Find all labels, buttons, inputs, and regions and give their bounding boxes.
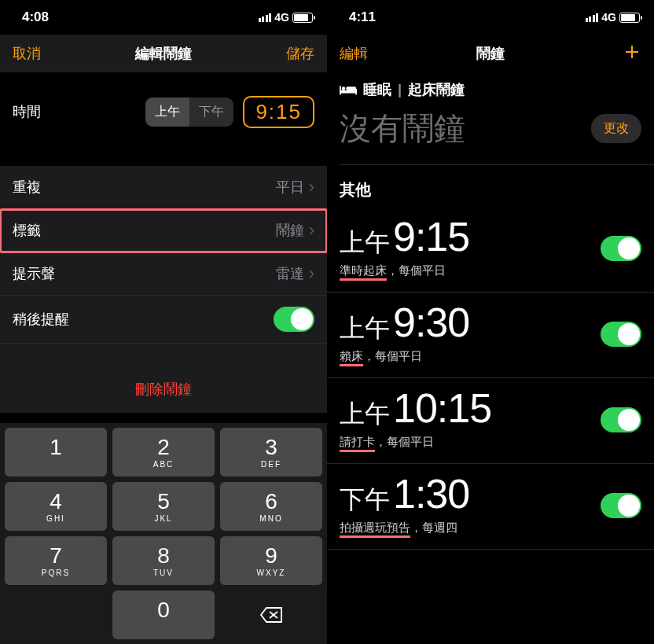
key-digit: 9 <box>265 545 277 567</box>
sleep-sub: 起床鬧鐘 <box>408 80 465 99</box>
alarm-subtitle: 請打卡，每個平日 <box>340 435 491 452</box>
alarm-time: 1:30 <box>393 473 469 514</box>
key-digit: 1 <box>50 436 62 458</box>
key-letters: TUV <box>153 569 174 577</box>
tag-label: 標籤 <box>13 221 41 240</box>
key-digit: 3 <box>265 436 277 458</box>
key-digit: 4 <box>50 491 62 513</box>
battery-icon <box>619 13 640 23</box>
chevron-icon: › <box>309 220 314 241</box>
alarm-subtitle: 準時起床，每個平日 <box>340 263 469 281</box>
key-digit: 7 <box>50 545 62 567</box>
am-button[interactable]: 上午 <box>145 98 189 127</box>
alarm-time: 9:15 <box>393 216 469 257</box>
key-digit: 8 <box>157 545 170 567</box>
svg-rect-8 <box>346 86 356 90</box>
alarm-switch[interactable] <box>601 407 641 432</box>
alarm-switch[interactable] <box>601 236 641 261</box>
time-row: 時間 上午 下午 9:15 <box>0 72 327 152</box>
nav-title: 鬧鐘 <box>327 44 654 63</box>
edit-alarm-screen: 4:08 4G 取消 編輯鬧鐘 儲存 時間 上午 下午 9:15 重複 平日› … <box>0 0 327 644</box>
pm-button[interactable]: 下午 <box>189 98 233 127</box>
keypad-0[interactable]: 0 <box>112 591 215 639</box>
status-time: 4:11 <box>349 9 376 25</box>
other-section-title: 其他 <box>327 165 654 207</box>
keypad-6[interactable]: 6MNO <box>220 482 322 531</box>
key-digit: 6 <box>265 491 277 513</box>
alarm-item[interactable]: 上午9:15準時起床，每個平日 <box>327 207 654 293</box>
alarm-switch[interactable] <box>601 322 641 347</box>
svg-point-7 <box>342 86 346 90</box>
backspace-icon <box>259 606 283 624</box>
alarm-item[interactable]: 上午10:15請打卡，每個平日 <box>327 378 654 464</box>
alarm-list: 上午9:15準時起床，每個平日上午9:30賴床，每個平日上午10:15請打卡，每… <box>327 207 654 550</box>
keypad-5[interactable]: 5JKL <box>112 482 215 531</box>
label-row[interactable]: 標籤 鬧鐘› <box>0 209 327 252</box>
no-alarm-label: 沒有鬧鐘 <box>340 107 465 150</box>
status-bar: 4:08 4G <box>0 0 327 35</box>
chevron-icon: › <box>309 263 314 284</box>
change-button[interactable]: 更改 <box>591 114 641 143</box>
keypad-1[interactable]: 1 <box>5 428 107 477</box>
delete-row: 刪除鬧鐘 <box>0 366 327 413</box>
svg-rect-5 <box>340 86 341 94</box>
alarm-ampm: 上午 <box>340 397 390 432</box>
save-button[interactable]: 儲存 <box>286 44 314 63</box>
keypad-3[interactable]: 3DEF <box>220 428 322 477</box>
delete-alarm-button[interactable]: 刪除鬧鐘 <box>135 380 192 399</box>
snooze-switch[interactable] <box>274 307 314 332</box>
sleep-section: 睡眠 | 起床鬧鐘 沒有鬧鐘 更改 <box>327 72 654 153</box>
chevron-icon: › <box>309 177 314 197</box>
alarm-ampm: 上午 <box>340 226 390 260</box>
nav-title: 編輯鬧鐘 <box>0 44 327 63</box>
repeat-row[interactable]: 重複 平日› <box>0 166 327 209</box>
key-digit: 0 <box>157 599 170 621</box>
keypad-7[interactable]: 7PQRS <box>5 536 107 585</box>
key-digit: 2 <box>157 436 170 458</box>
key-letters: ABC <box>153 460 175 469</box>
bed-icon <box>340 83 357 97</box>
key-letters: MNO <box>259 514 282 523</box>
keypad-9[interactable]: 9WXYZ <box>220 536 322 585</box>
edit-button[interactable]: 編輯 <box>340 44 368 63</box>
key-letters: GHI <box>46 514 65 523</box>
signal-icon <box>586 13 599 22</box>
keypad-blank <box>5 591 107 639</box>
alarm-item[interactable]: 下午1:30拍攝週玩預告，每週四 <box>327 464 654 550</box>
alarm-item[interactable]: 上午9:30賴床，每個平日 <box>327 293 654 378</box>
time-input[interactable]: 9:15 <box>243 96 314 128</box>
numeric-keypad: 1 2ABC3DEF4GHI5JKL6MNO7PQRS8TUV9WXYZ0 <box>0 423 327 644</box>
repeat-value: 平日 <box>276 178 304 197</box>
keypad-2[interactable]: 2ABC <box>112 428 215 477</box>
sleep-sep: | <box>398 82 402 98</box>
keypad-delete[interactable] <box>220 591 322 639</box>
cancel-button[interactable]: 取消 <box>13 44 41 63</box>
alarm-time: 9:30 <box>393 302 469 343</box>
network-label: 4G <box>274 11 289 24</box>
key-letters: DEF <box>261 460 281 469</box>
alarm-subtitle: 賴床，每個平日 <box>340 349 469 366</box>
key-letters: PQRS <box>42 569 70 577</box>
tag-value: 鬧鐘 <box>276 221 304 240</box>
snooze-label: 稍後提醒 <box>13 310 69 329</box>
alarm-subtitle: 拍攝週玩預告，每週四 <box>340 521 469 538</box>
status-bar: 4:11 4G <box>327 0 654 35</box>
key-letters: JKL <box>154 514 172 523</box>
sleep-title: 睡眠 <box>363 80 391 99</box>
options-list: 重複 平日› 標籤 鬧鐘› 提示聲 雷達› 稍後提醒 刪除鬧鐘 <box>0 166 327 413</box>
sound-label: 提示聲 <box>13 264 55 283</box>
ampm-segment[interactable]: 上午 下午 <box>145 98 233 127</box>
status-time: 4:08 <box>22 9 49 25</box>
plus-icon <box>623 42 641 61</box>
keypad-4[interactable]: 4GHI <box>5 482 107 531</box>
alarm-time: 10:15 <box>393 388 491 429</box>
alarm-ampm: 上午 <box>340 311 390 346</box>
keypad-8[interactable]: 8TUV <box>112 536 215 585</box>
repeat-label: 重複 <box>13 178 41 197</box>
alarm-switch[interactable] <box>601 493 641 518</box>
sound-row[interactable]: 提示聲 雷達› <box>0 252 327 296</box>
alarm-list-screen: 4:11 4G 編輯 鬧鐘 睡眠 | 起床鬧鐘 沒有鬧鐘 更改 其他 上午9:1… <box>327 0 654 644</box>
snooze-row: 稍後提醒 <box>0 296 327 344</box>
add-alarm-button[interactable] <box>623 42 641 65</box>
battery-icon <box>292 13 313 23</box>
